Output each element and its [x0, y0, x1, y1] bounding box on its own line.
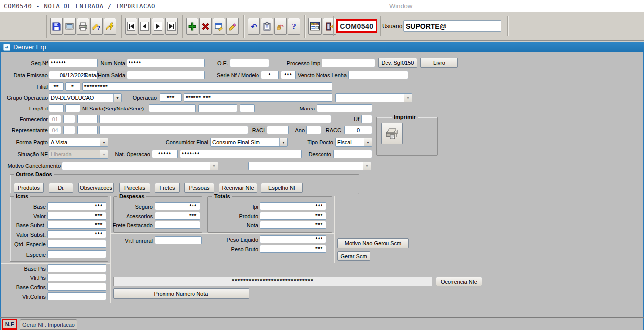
peso-bruto-input[interactable]	[260, 245, 326, 253]
previous-record-button[interactable]	[138, 18, 151, 35]
marca-label: Marca	[294, 106, 315, 111]
last-record-button[interactable]	[165, 18, 178, 35]
separator	[334, 196, 334, 263]
racc-input[interactable]	[344, 126, 372, 134]
livro-button[interactable]: Livro	[420, 58, 458, 68]
qtd-especie-input[interactable]	[47, 240, 106, 248]
nat-operacao-code-input[interactable]	[152, 150, 178, 158]
uf-input[interactable]	[361, 115, 372, 123]
fornecedor-nome-input[interactable]	[99, 115, 331, 123]
icms-base-input[interactable]	[47, 202, 106, 210]
filial-code-input[interactable]	[49, 82, 64, 91]
fornecedor-cod1-input[interactable]	[63, 115, 75, 123]
representante-cod1-input[interactable]	[63, 126, 75, 134]
peso-liquido-input[interactable]	[260, 235, 326, 243]
edit-record-button[interactable]	[213, 18, 225, 35]
representante-nome-input[interactable]	[99, 126, 248, 134]
nota-input[interactable]	[260, 221, 326, 229]
window-menu-item[interactable]: Window	[389, 2, 412, 10]
icms-base-subst-input[interactable]	[47, 221, 106, 229]
representante-cod2-input[interactable]	[77, 126, 98, 134]
tab-nf[interactable]: N.F	[2, 319, 17, 330]
screen-button[interactable]	[64, 18, 76, 35]
delete-record-button[interactable]	[199, 18, 212, 35]
observacoes-button[interactable]: Observacoes	[78, 183, 114, 193]
undo-button[interactable]: ↶	[248, 18, 260, 35]
produto-input[interactable]	[260, 212, 326, 220]
operacao-extra-select[interactable]: ▼	[335, 93, 412, 102]
base-cofins-input[interactable]	[47, 283, 106, 291]
serie-input[interactable]	[261, 71, 279, 79]
raci-input[interactable]	[267, 126, 289, 134]
operacao-code-input[interactable]	[160, 93, 182, 102]
icms-valor-subst-input[interactable]	[47, 230, 106, 238]
nf-saida-nota-input[interactable]	[198, 104, 237, 112]
exit-button[interactable]	[323, 18, 336, 35]
insert-record-button[interactable]	[186, 18, 198, 35]
cut-button[interactable]: ✂	[274, 18, 287, 35]
tab-gerar-nf-importacao[interactable]: Gerar NF. Importacao	[20, 319, 77, 330]
next-record-button[interactable]	[152, 18, 164, 35]
icms-valor-input[interactable]	[47, 212, 106, 220]
fretes-button[interactable]: Fretes	[155, 183, 180, 193]
nf-saida-seq-input[interactable]	[149, 104, 196, 112]
nat-operacao-name-input[interactable]	[180, 150, 302, 158]
imprimir-button[interactable]	[381, 123, 403, 144]
filial-name-input[interactable]	[82, 82, 332, 91]
consumidor-final-select[interactable]: Consumo Final Sim▼	[210, 138, 288, 147]
parcelas-button[interactable]: Parcelas	[119, 183, 150, 193]
emp-input[interactable]	[49, 104, 64, 112]
first-record-button[interactable]	[125, 18, 137, 35]
base-pis-input[interactable]	[47, 264, 106, 272]
filial-sub-input[interactable]	[65, 82, 80, 91]
oe-input[interactable]	[230, 59, 269, 67]
clear-record-button[interactable]	[226, 18, 239, 35]
ano-input[interactable]	[306, 126, 321, 134]
motivo-nao-gerou-scm-button[interactable]: Motivo Nao Gerou Scm	[337, 238, 409, 248]
especie-input[interactable]	[47, 250, 106, 258]
data-hora-saida-input[interactable]	[127, 71, 205, 79]
marca-input[interactable]	[317, 104, 372, 112]
processo-imp-input[interactable]	[322, 59, 375, 67]
dev-sgf0150-button[interactable]: Dev. Sgf0150	[378, 58, 417, 68]
tipo-docto-select[interactable]: Fiscal▼	[335, 138, 372, 147]
usuario-input[interactable]	[403, 20, 501, 32]
vlr-funrural-input[interactable]	[155, 236, 202, 244]
vlr-pis-label: Vlr.Pis	[2, 275, 46, 281]
gerar-scm-button[interactable]: Gerar Scm	[337, 251, 370, 261]
execute-query-button[interactable]	[104, 18, 116, 35]
vlr-cofins-label: Vlr.Cofins	[2, 294, 46, 300]
forma-pagto-select[interactable]: A Vista▼	[49, 138, 108, 147]
ocorrencia-nfe-button[interactable]: Ocorrencia Nfe	[436, 277, 482, 286]
modelo-input[interactable]	[281, 71, 296, 79]
vencto-notas-lenha-input[interactable]	[348, 71, 408, 79]
help-button[interactable]: ?	[288, 18, 300, 35]
produtos-button[interactable]: Produtos	[14, 183, 44, 193]
menu-button[interactable]: Menu	[308, 18, 322, 35]
print-button[interactable]	[77, 18, 89, 35]
desconto-input[interactable]	[333, 150, 372, 158]
seguro-input[interactable]	[155, 202, 200, 210]
clipboard-button[interactable]	[261, 18, 273, 35]
di-button[interactable]: Di.	[49, 183, 73, 193]
ipi-input[interactable]	[260, 202, 326, 210]
vlr-pis-input[interactable]	[47, 274, 106, 281]
proximo-numero-nota-button[interactable]: Proximo Numero Nota	[113, 288, 249, 299]
fil-input[interactable]	[65, 104, 80, 112]
num-nota-input[interactable]	[127, 59, 205, 67]
frete-destacado-input[interactable]	[155, 221, 200, 229]
operacao-name-input[interactable]	[184, 93, 332, 102]
acessorios-input[interactable]	[155, 212, 200, 220]
grupo-operacao-select[interactable]: DV-DEVOLUCAO▼	[49, 93, 122, 102]
fornecedor-tipo-input[interactable]	[49, 115, 61, 123]
representante-tipo-input[interactable]	[49, 126, 61, 134]
vlr-cofins-input[interactable]	[47, 292, 106, 300]
pessoas-button[interactable]: Pessoas	[184, 183, 214, 193]
nf-saida-serie-input[interactable]	[240, 104, 255, 112]
fornecedor-cod2-input[interactable]	[77, 115, 98, 123]
espelho-nf-button[interactable]: Espelho Nf	[261, 183, 303, 193]
next-record-icon	[154, 22, 162, 31]
reenviar-nfe-button[interactable]: Reenviar Nfe	[219, 183, 257, 193]
query-button[interactable]: ?	[90, 18, 103, 35]
save-button[interactable]	[50, 18, 63, 35]
